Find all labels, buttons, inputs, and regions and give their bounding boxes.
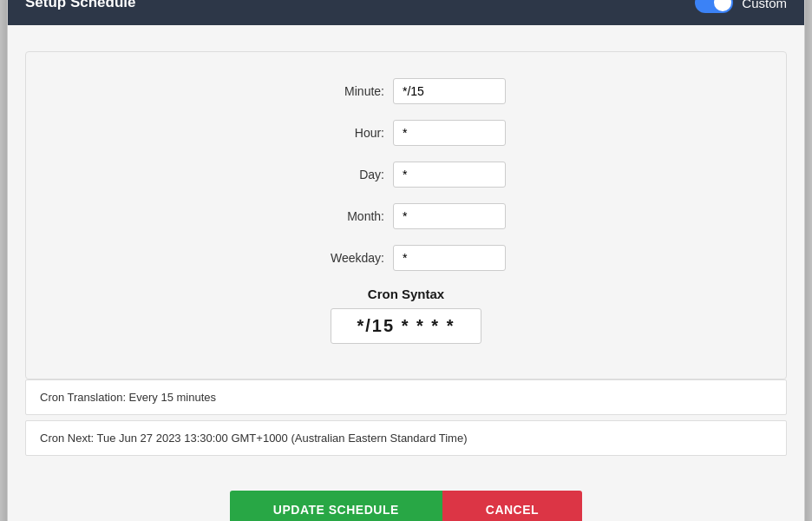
custom-toggle[interactable]	[695, 0, 733, 13]
month-row: Month:	[78, 203, 734, 229]
header-right: Custom	[695, 0, 787, 13]
day-label: Day:	[306, 168, 384, 181]
hour-label: Hour:	[306, 126, 384, 140]
modal-title: Setup Schedule	[25, 0, 136, 11]
day-row: Day:	[78, 162, 734, 188]
hour-input[interactable]	[393, 120, 506, 146]
cron-syntax-display: */15 * * * *	[331, 308, 482, 344]
cron-next-run: Cron Next: Tue Jun 27 2023 13:30:00 GMT+…	[25, 420, 787, 456]
weekday-row: Weekday:	[78, 245, 734, 271]
cron-translation: Cron Translation: Every 15 minutes	[25, 379, 787, 415]
hour-row: Hour:	[78, 120, 734, 146]
update-schedule-button[interactable]: UPDATE SCHEDULE	[230, 491, 442, 521]
cron-syntax-title: Cron Syntax	[78, 287, 734, 301]
setup-schedule-modal: Setup Schedule Custom Minute: Hour: Day:	[7, 0, 805, 521]
form-section: Minute: Hour: Day: Month: Weekday:	[25, 51, 787, 379]
info-section: Cron Translation: Every 15 minutes Cron …	[25, 379, 787, 456]
minute-input[interactable]	[393, 78, 506, 104]
month-label: Month:	[306, 209, 384, 223]
toggle-knob	[714, 0, 731, 11]
month-input[interactable]	[393, 203, 506, 229]
weekday-label: Weekday:	[306, 251, 384, 265]
modal-header: Setup Schedule Custom	[8, 0, 804, 25]
custom-toggle-label: Custom	[742, 0, 787, 10]
cancel-button[interactable]: CANCEL	[442, 491, 582, 521]
day-input[interactable]	[393, 162, 506, 188]
cron-syntax-section: Cron Syntax */15 * * * *	[78, 287, 734, 344]
minute-label: Minute:	[306, 84, 384, 98]
modal-footer: UPDATE SCHEDULE CANCEL	[8, 478, 804, 521]
weekday-input[interactable]	[393, 245, 506, 271]
minute-row: Minute:	[78, 78, 734, 104]
modal-body: Minute: Hour: Day: Month: Weekday:	[8, 25, 804, 478]
